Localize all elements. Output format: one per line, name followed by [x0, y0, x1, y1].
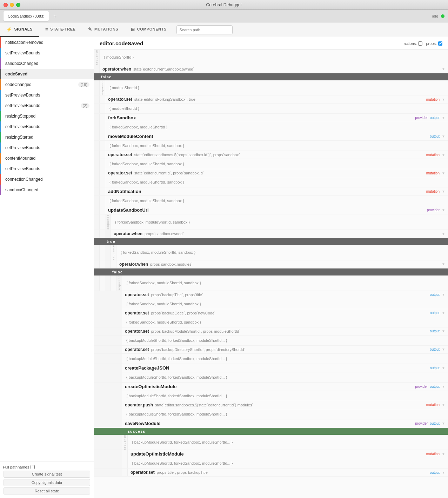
- expand-icon[interactable]: ▼: [442, 347, 445, 351]
- row-main: { forkedSandbox, moduleShortId, sandbox …: [111, 214, 448, 230]
- table-row: operator.when state`editor.currentSandbo…: [94, 65, 448, 73]
- components-icon: ⊞: [131, 27, 135, 32]
- expand-icon[interactable]: ▼: [442, 208, 445, 212]
- full-pathnames-checkbox[interactable]: [31, 465, 35, 469]
- row-main: createPackageJSON output ▼: [122, 364, 448, 372]
- sidebar-item-setPreviewBounds-1[interactable]: setPreviewBounds: [0, 48, 94, 58]
- expand-icon[interactable]: ▼: [442, 385, 445, 389]
- expand-icon[interactable]: ▼: [442, 366, 445, 370]
- nav-tab-signals[interactable]: ⚡ SIGNALS: [0, 22, 39, 37]
- table-row: { forkedSandbox, moduleShortId, sandbox …: [94, 177, 448, 187]
- tab-label: CodeSandbox (8383): [8, 14, 45, 18]
- expand-icon[interactable]: ▼: [442, 452, 445, 456]
- sidebar-item-codeSaved[interactable]: codeSaved: [0, 69, 94, 79]
- row-main: operator.set props`backupCode`, props`ne…: [122, 309, 448, 317]
- sidebar-item-contentMounted[interactable]: contentMounted: [0, 153, 94, 164]
- expand-icon[interactable]: ▼: [442, 134, 445, 138]
- expand-icon[interactable]: ▼: [442, 311, 445, 315]
- create-signal-test-button[interactable]: Create signal test: [4, 471, 90, 478]
- table-row: { forkedSandbox, moduleShortId, sandbox …: [94, 159, 448, 169]
- sidebar-item-resizingStopped[interactable]: resizingStopped: [0, 111, 94, 121]
- expand-icon[interactable]: ▼: [442, 471, 445, 474]
- params-text: { moduleShortId }: [105, 105, 143, 112]
- footer-buttons-row3: Reset all state: [3, 487, 91, 494]
- table-row: operator.set state`editor.isForkingSandb…: [94, 95, 448, 104]
- reset-all-state-button[interactable]: Reset all state: [4, 487, 90, 494]
- sidebar-item-setPreviewBounds-5[interactable]: setPreviewBounds: [0, 142, 94, 153]
- close-button[interactable]: [4, 3, 8, 7]
- sidebar-item-label: setPreviewBounds: [5, 124, 89, 129]
- nav-tab-mutations[interactable]: ✎ MUTATIONS: [82, 22, 125, 37]
- operator-state: state`editor.currentId`, props`sandbox.i…: [134, 171, 204, 175]
- table-row: operator.set props`title`, props`backupT…: [94, 469, 448, 477]
- sidebar-item-notificationRemoved[interactable]: notificationRemoved: [0, 37, 94, 48]
- table-row: operator.when props`sandbox.owned` ▼: [94, 230, 448, 238]
- row-main: operator.set props`backupTitle`, props`t…: [122, 291, 448, 299]
- expand-icon[interactable]: ▼: [442, 421, 445, 425]
- sidebar-item-label: resizingStarted: [5, 135, 89, 140]
- full-pathnames-label: Full pathnames: [3, 465, 29, 469]
- badge-output: output: [430, 347, 440, 351]
- maximize-button[interactable]: [16, 3, 20, 7]
- actions-checkbox[interactable]: [418, 41, 422, 46]
- idle-label: idle: [432, 14, 438, 18]
- row-main: { moduleShortId }: [105, 104, 448, 113]
- new-tab-button[interactable]: +: [52, 13, 59, 20]
- expand-icon[interactable]: ▼: [442, 329, 445, 333]
- sidebar-item-label: sandboxChanged: [5, 61, 89, 66]
- sidebar-item-setPreviewBounds-4[interactable]: setPreviewBounds: [0, 121, 94, 132]
- expand-icon[interactable]: ▼: [442, 171, 445, 175]
- table-row: operator.set state`editor.currentId`, pr…: [94, 169, 448, 177]
- expand-icon[interactable]: ▼: [442, 116, 445, 120]
- operator-name: operator.set: [125, 329, 149, 334]
- nav-bar: ⚡ SIGNALS ≡ STATE-TREE ✎ MUTATIONS ⊞ COM…: [0, 22, 448, 37]
- copy-signals-data-button[interactable]: Copy signals data: [4, 479, 90, 486]
- sidebar-item-label: contentMounted: [5, 156, 89, 161]
- expand-icon[interactable]: ▼: [442, 293, 445, 297]
- props-checkbox[interactable]: [438, 41, 442, 46]
- operator-name: operator.set: [108, 97, 132, 102]
- sidebar-item-setPreviewBounds-2[interactable]: setPreviewBounds: [0, 90, 94, 100]
- table-row: operator.set props`backupModuleShortId`,…: [94, 327, 448, 336]
- sidebar-item-setPreviewBounds-6[interactable]: setPreviewBounds: [0, 164, 94, 174]
- badge-mutation: mutation: [426, 403, 440, 407]
- sidebar-item-label: codeChanged: [5, 82, 78, 87]
- table-row: saveNewModule provider output ▼: [94, 419, 448, 428]
- badge-output: output: [430, 134, 440, 138]
- sidebar-item-sandboxChanged-2[interactable]: sandboxChanged: [0, 185, 94, 195]
- sidebar-item-badge: (19): [78, 82, 89, 87]
- props-label: props:: [426, 41, 437, 46]
- table-row: { backupModuleShortId, forkedSandbox, mo…: [94, 458, 448, 469]
- badge-output: output: [430, 421, 440, 425]
- browser-tab[interactable]: CodeSandbox (8383): [4, 11, 49, 21]
- nav-tab-components[interactable]: ⊞ COMPONENTS: [125, 22, 173, 37]
- sidebar-item-sandboxChanged-1[interactable]: sandboxChanged: [0, 58, 94, 69]
- params-text: { moduleShortId }: [100, 54, 138, 61]
- expand-icon[interactable]: ▼: [442, 190, 445, 193]
- expand-icon[interactable]: ▼: [442, 98, 445, 101]
- nav-tab-mutations-label: MUTATIONS: [94, 27, 118, 31]
- expand-icon[interactable]: ▼: [442, 262, 445, 266]
- sidebar-item-resizingStarted[interactable]: resizingStarted: [0, 132, 94, 142]
- nav-tab-state-tree[interactable]: ≡ STATE-TREE: [39, 22, 82, 37]
- expand-icon[interactable]: ▼: [442, 67, 445, 71]
- actions-label: actions:: [404, 41, 417, 46]
- row-main: { forkedSandbox, moduleShortId, sandbox …: [105, 177, 448, 187]
- expand-icon[interactable]: ▼: [442, 403, 445, 407]
- minimize-button[interactable]: [10, 3, 14, 7]
- table-row: createPackageJSON output ▼: [94, 364, 448, 372]
- row-main: { backupModuleShortId, forkedSandbox, mo…: [122, 336, 448, 345]
- search-input[interactable]: [176, 25, 233, 34]
- expand-icon[interactable]: ▼: [442, 153, 445, 157]
- params-text: { moduleShortId }: [105, 84, 143, 91]
- sidebar-item-codeChanged[interactable]: codeChanged (19): [0, 79, 94, 90]
- sidebar-item-setPreviewBounds-3[interactable]: setPreviewBounds (2): [0, 100, 94, 111]
- row-main: { moduleShortId }: [100, 50, 448, 65]
- row-main: { forkedSandbox, moduleShortId, sandbox …: [122, 299, 448, 309]
- params-text: { backupModuleShortId, forkedSandbox, mo…: [122, 411, 231, 418]
- seq-label: sequence: [106, 214, 109, 230]
- params-text: { backupModuleShortId, forkedSandbox, mo…: [122, 374, 231, 381]
- row-main: { forkedSandbox, moduleShortId, sandbox …: [116, 245, 448, 260]
- expand-icon[interactable]: ▼: [442, 232, 445, 236]
- sidebar-item-connectionChanged[interactable]: connectionChanged: [0, 174, 94, 185]
